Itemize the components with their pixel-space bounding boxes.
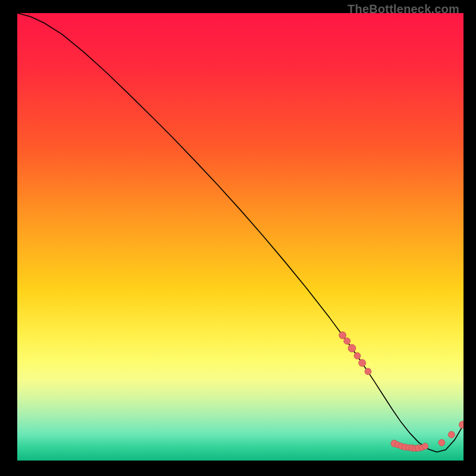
plot-area: [17, 13, 464, 461]
data-marker: [354, 353, 361, 359]
chart-stage: TheBottleneck.com: [0, 0, 476, 476]
data-markers: [339, 331, 464, 451]
data-marker: [348, 345, 356, 352]
data-marker: [365, 368, 371, 375]
data-marker: [422, 443, 428, 449]
data-marker: [448, 431, 455, 438]
data-curve: [17, 13, 464, 452]
data-marker: [359, 359, 366, 367]
chart-svg: [17, 13, 464, 461]
data-marker: [439, 439, 445, 446]
data-marker: [344, 338, 350, 345]
data-marker: [459, 421, 464, 428]
data-marker: [339, 331, 346, 339]
watermark-text: TheBottleneck.com: [347, 2, 459, 16]
